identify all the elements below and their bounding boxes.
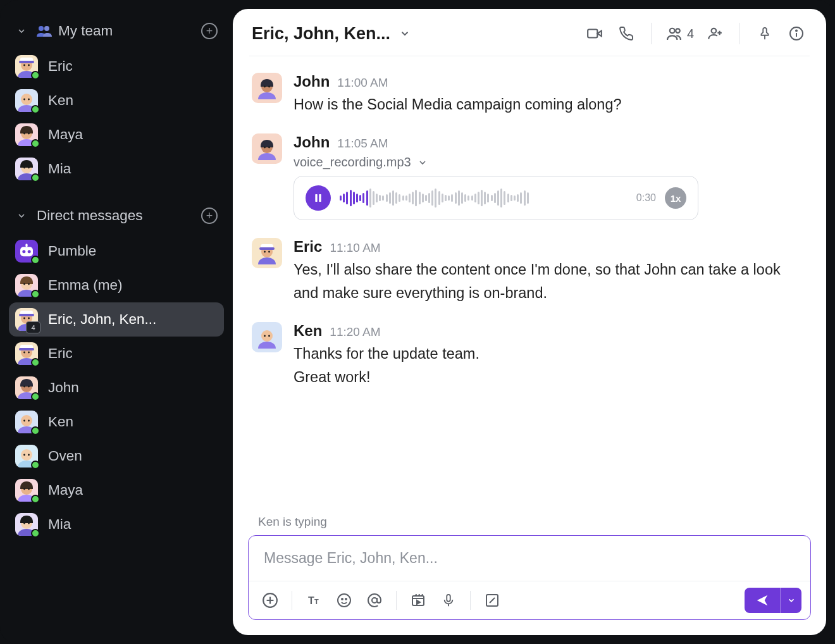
avatar [252, 73, 282, 103]
svg-point-0 [39, 26, 44, 31]
format-button[interactable]: TT [301, 588, 326, 613]
add-dm-button[interactable]: + [201, 207, 218, 224]
svg-point-39 [21, 449, 32, 461]
add-attachment-button[interactable] [257, 588, 283, 613]
sidebar-item-label: John [48, 380, 79, 396]
message: John 11:00 AM How is the Social Media ca… [252, 64, 807, 125]
sidebar-item-label: Oven [48, 448, 82, 464]
sidebar-item-team-2[interactable]: Maya [0, 118, 233, 152]
message-time: 11:10 AM [330, 241, 380, 255]
message-text: Yes, I'll also share the content once I'… [294, 258, 807, 304]
svg-point-83 [372, 598, 377, 603]
sidebar-item-label: Mia [48, 161, 71, 177]
svg-point-60 [264, 86, 266, 88]
svg-rect-25 [19, 314, 34, 316]
sidebar-item-label: Eric [48, 58, 73, 75]
sidebar-item-dm-7[interactable]: Maya [0, 473, 233, 507]
avatar [15, 240, 38, 263]
svg-point-1 [44, 26, 49, 31]
record-video-button[interactable] [405, 588, 431, 613]
chat-title: Eric, John, Ken... [252, 24, 390, 44]
sidebar-item-dm-1[interactable]: Emma (me) [0, 268, 233, 302]
sidebar-item-dm-4[interactable]: John [0, 371, 233, 405]
svg-point-5 [23, 65, 25, 66]
divider [651, 23, 652, 44]
sidebar: My team + Eric Ken Maya [0, 0, 233, 644]
playback-speed-button[interactable]: 1x [665, 187, 686, 209]
record-audio-button[interactable] [436, 588, 461, 613]
divider [292, 591, 292, 610]
sidebar-item-dm-0[interactable]: Pumble [0, 234, 233, 268]
info-button[interactable] [786, 23, 807, 44]
message-time: 11:00 AM [337, 76, 388, 90]
svg-point-18 [28, 250, 31, 253]
message-text: Thanks for the update team.Great work! [294, 342, 807, 388]
avatar [15, 89, 38, 112]
sidebar-item-dm-6[interactable]: Oven [0, 439, 233, 473]
waveform[interactable] [340, 185, 628, 211]
add-member-button[interactable] [704, 23, 726, 44]
video-call-button[interactable] [584, 23, 605, 44]
sidebar-item-label: Ken [48, 414, 73, 430]
chat-title-button[interactable]: Eric, John, Ken... [252, 24, 575, 44]
attachment-row[interactable]: voice_recording.mp3 [294, 155, 807, 170]
message-input[interactable]: Message Eric, John, Ken... [249, 536, 810, 581]
sidebar-item-dm-5[interactable]: Ken [0, 405, 233, 439]
sidebar-item-team-3[interactable]: Mia [0, 152, 233, 186]
divider [739, 23, 740, 44]
svg-point-36 [21, 415, 32, 426]
avatar [252, 322, 282, 352]
shortcuts-button[interactable] [479, 588, 505, 613]
avatar [15, 479, 38, 502]
sidebar-item-team-0[interactable]: Eric [0, 49, 233, 84]
send-options-button[interactable] [780, 588, 801, 613]
message: John 11:05 AM voice_recording.mp3 0:30 1… [252, 125, 807, 229]
svg-point-63 [264, 147, 266, 149]
pause-button[interactable] [306, 185, 331, 211]
svg-point-7 [21, 94, 32, 105]
svg-rect-4 [19, 61, 34, 63]
sidebar-item-dm-8[interactable]: Mia [0, 507, 233, 542]
avatar [15, 513, 38, 536]
divider [396, 591, 397, 610]
add-team-member-button[interactable]: + [201, 23, 218, 39]
mention-button[interactable] [362, 588, 387, 613]
avatar [15, 411, 38, 433]
chat-header: Eric, John, Ken... 4 [233, 9, 826, 56]
svg-point-43 [23, 488, 25, 490]
svg-point-14 [23, 167, 25, 169]
sidebar-item-dm-2[interactable]: Eric, John, Ken... [9, 302, 224, 337]
svg-point-50 [670, 28, 675, 34]
dm-section-title: Direct messages [37, 207, 143, 224]
message-time: 11:20 AM [330, 325, 380, 339]
sidebar-item-label: Eric, John, Ken... [48, 311, 156, 328]
team-section-header[interactable]: My team + [0, 18, 233, 47]
svg-text:T: T [314, 598, 319, 605]
voice-call-button[interactable] [615, 23, 637, 44]
emoji-button[interactable] [331, 588, 357, 613]
people-icon [37, 25, 52, 37]
avatar [252, 238, 282, 268]
send-button[interactable] [745, 588, 780, 613]
svg-point-15 [28, 167, 30, 169]
sidebar-item-label: Mia [48, 516, 71, 533]
dm-section-header[interactable]: Direct messages + [0, 202, 233, 232]
avatar [15, 274, 38, 297]
svg-point-80 [338, 594, 350, 607]
message-time: 11:05 AM [337, 137, 388, 151]
chevron-down-icon [399, 28, 411, 39]
svg-point-70 [264, 251, 266, 253]
svg-point-58 [796, 30, 797, 32]
svg-point-41 [28, 454, 30, 456]
pin-button[interactable] [754, 23, 776, 44]
members-button[interactable]: 4 [665, 27, 694, 41]
message: Eric 11:10 AM Yes, I'll also share the c… [252, 229, 807, 313]
sidebar-item-team-1[interactable]: Ken [0, 84, 233, 118]
svg-point-52 [712, 28, 717, 34]
sidebar-item-dm-3[interactable]: Eric [0, 337, 233, 371]
message-list: John 11:00 AM How is the Social Media ca… [233, 56, 826, 512]
svg-point-82 [345, 598, 347, 600]
svg-rect-65 [315, 194, 317, 202]
svg-rect-66 [319, 194, 321, 202]
svg-point-64 [268, 147, 270, 149]
